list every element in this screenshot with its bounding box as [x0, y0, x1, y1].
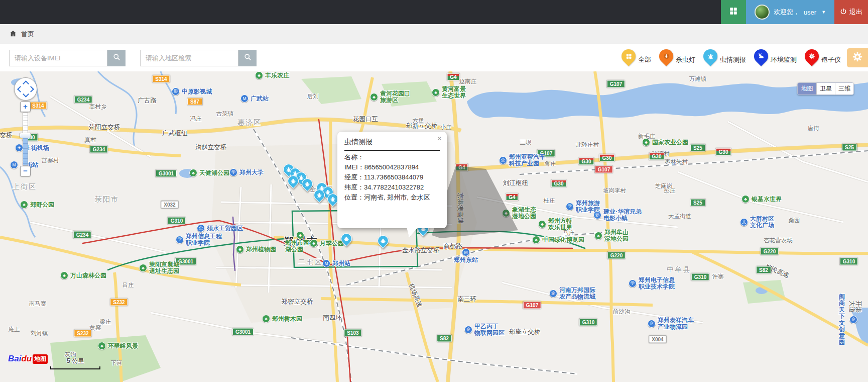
power-icon: [840, 8, 847, 17]
zoom-slider-track[interactable]: [23, 113, 28, 166]
imei-search-group: [9, 50, 126, 66]
zoom-out-button[interactable]: −: [20, 166, 31, 176]
popup-title: 虫情测报: [344, 138, 440, 151]
logout-label: 退出: [849, 8, 862, 17]
lightning-icon: [656, 46, 676, 66]
sun-cloud-icon: [751, 46, 771, 66]
breadcrumb: 首页: [0, 24, 868, 44]
map-pan-control[interactable]: [14, 77, 37, 101]
spore-icon: [802, 46, 822, 66]
filter-label: 杀虫灯: [676, 55, 695, 66]
popup-field: 纬度：34.77822410322782: [344, 183, 440, 191]
zoom-slider-fill: [23, 136, 28, 165]
baidu-logo-map-word: 地图: [33, 354, 48, 364]
popup-fields: 名称：IMEI：865650042837894经度：113.7366503844…: [344, 153, 440, 201]
zoom-slider-handle[interactable]: [20, 133, 31, 138]
imei-search-input[interactable]: [9, 50, 107, 66]
district-search-button[interactable]: [238, 50, 257, 66]
avatar: [755, 5, 770, 20]
filter-label: 环境监测: [771, 55, 797, 66]
device-filter-legend: 全部杀虫灯虫情测报环境监测孢子仪: [622, 44, 841, 71]
grid-icon: [618, 46, 639, 66]
baidu-logo-bai: Bai: [8, 354, 21, 364]
filter-item-3[interactable]: 环境监测: [754, 49, 797, 66]
home-icon: [9, 30, 17, 39]
baidu-logo[interactable]: Baidu地图: [8, 354, 48, 364]
map-type-button-0[interactable]: 地图: [798, 83, 816, 94]
device-info-popup: 虫情测报 × 名称：IMEI：865650042837894经度：113.736…: [337, 132, 447, 228]
chevron-down-icon: ▼: [821, 10, 826, 15]
baidu-logo-du: du: [21, 354, 32, 364]
apps-grid-icon: [729, 7, 738, 18]
popup-tail: [407, 227, 418, 237]
map-type-button-1[interactable]: 卫星: [816, 83, 835, 94]
popup-field: 经度：113.7366503844079: [344, 173, 440, 181]
map-type-control: 地图卫星三维: [797, 82, 854, 95]
imei-search-button[interactable]: [107, 50, 126, 66]
pan-left-icon[interactable]: [17, 86, 24, 92]
pan-up-icon[interactable]: [23, 80, 29, 87]
baidu-map-canvas[interactable]: 虫情测报 × 名称：IMEI：865650042837894经度：113.736…: [0, 71, 868, 382]
filter-label: 虫情测报: [720, 55, 746, 66]
breadcrumb-home[interactable]: 首页: [21, 30, 34, 39]
settings-button[interactable]: [847, 48, 868, 67]
map-type-button-2[interactable]: 三维: [835, 83, 853, 94]
bug-icon: [700, 46, 720, 66]
welcome-text: 欢迎您，: [774, 8, 800, 17]
district-search-group: [140, 50, 257, 66]
filter-item-4[interactable]: 孢子仪: [805, 49, 841, 66]
search-icon: [244, 53, 252, 62]
pan-right-icon[interactable]: [28, 86, 34, 92]
pan-down-icon[interactable]: [23, 91, 29, 98]
filter-item-0[interactable]: 全部: [622, 49, 651, 66]
popup-field: IMEI：865650042837894: [344, 163, 440, 171]
filter-label: 全部: [638, 55, 651, 66]
user-menu[interactable]: 欢迎您，user ▼: [746, 0, 834, 24]
apps-menu-button[interactable]: [721, 0, 746, 24]
logout-button[interactable]: 退出: [834, 0, 868, 24]
top-header-bar: 欢迎您，user ▼ 退出: [0, 0, 868, 24]
popup-field: 名称：: [344, 153, 440, 161]
district-search-input[interactable]: [140, 50, 238, 66]
username: user: [804, 9, 816, 16]
search-icon: [113, 53, 120, 62]
zoom-in-button[interactable]: +: [20, 102, 31, 112]
popup-close-icon[interactable]: ×: [437, 135, 442, 143]
filter-label: 孢子仪: [821, 55, 841, 66]
filter-item-2[interactable]: 虫情测报: [703, 49, 746, 66]
search-toolbar: 全部杀虫灯虫情测报环境监测孢子仪: [0, 44, 868, 71]
gear-icon: [852, 51, 863, 64]
filter-item-1[interactable]: 杀虫灯: [659, 49, 695, 66]
popup-field: 位置：河南省, 郑州市, 金水区: [344, 194, 440, 201]
